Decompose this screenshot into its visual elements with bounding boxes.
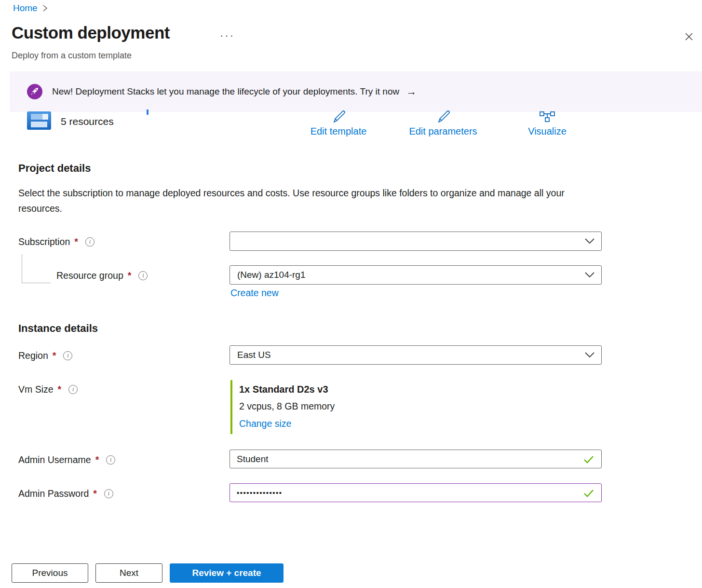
- valid-check-icon: [582, 453, 595, 465]
- region-label: Region * i: [18, 350, 72, 361]
- next-button[interactable]: Next: [95, 563, 162, 583]
- region-label-text: Region: [18, 350, 48, 361]
- admin-username-input[interactable]: [230, 450, 602, 468]
- chevron-down-icon: [584, 237, 595, 245]
- review-create-button[interactable]: Review + create: [170, 563, 284, 583]
- pencil-icon: [435, 110, 451, 124]
- close-icon[interactable]: [682, 30, 696, 44]
- edit-template-button[interactable]: Edit template: [299, 110, 378, 140]
- project-details-heading: Project details: [18, 162, 91, 175]
- admin-password-input[interactable]: [230, 483, 602, 502]
- chevron-down-icon: [584, 271, 595, 279]
- page-subtitle: Deploy from a custom template: [12, 51, 132, 61]
- resource-group-label-text: Resource group: [56, 270, 123, 281]
- required-asterisk: *: [93, 488, 97, 499]
- info-icon[interactable]: i: [104, 489, 113, 498]
- edit-parameters-button[interactable]: Edit parameters: [399, 110, 487, 140]
- change-size-link[interactable]: Change size: [239, 415, 291, 432]
- text-cursor-artifact: [147, 109, 148, 115]
- rocket-icon: [27, 84, 42, 99]
- chevron-down-icon: [584, 351, 595, 359]
- edit-template-label: Edit template: [310, 126, 367, 137]
- admin-username-label-text: Admin Username: [18, 454, 91, 465]
- valid-check-icon: [582, 487, 595, 499]
- project-details-description: Select the subscription to manage deploy…: [18, 185, 573, 216]
- breadcrumb-home-link[interactable]: Home: [13, 3, 38, 14]
- required-asterisk: *: [128, 270, 132, 281]
- edit-parameters-label: Edit parameters: [409, 126, 477, 137]
- resources-count-label: 5 resources: [61, 116, 114, 127]
- required-asterisk: *: [74, 236, 78, 247]
- admin-password-label: Admin Password * i: [18, 488, 113, 499]
- instance-details-heading: Instance details: [18, 322, 98, 335]
- template-icon-pane: [31, 114, 43, 120]
- vm-size-label: Vm Size * i: [18, 384, 78, 395]
- resource-group-label: Resource group * i: [56, 270, 148, 281]
- required-asterisk: *: [53, 350, 56, 361]
- visualize-label: Visualize: [528, 126, 567, 137]
- page-title: Custom deployment: [12, 23, 170, 42]
- breadcrumb: Home: [13, 3, 48, 14]
- admin-username-label: Admin Username * i: [18, 454, 115, 465]
- vm-size-label-text: Vm Size: [18, 384, 54, 395]
- info-icon[interactable]: i: [68, 385, 78, 394]
- visualize-icon: [539, 110, 556, 124]
- region-dropdown[interactable]: East US: [230, 345, 602, 365]
- vm-size-specs: 2 vcpus, 8 GB memory: [239, 397, 335, 415]
- visualize-button[interactable]: Visualize: [517, 110, 577, 140]
- pencil-icon: [331, 110, 346, 124]
- region-value: East US: [237, 350, 271, 360]
- info-icon[interactable]: i: [106, 455, 115, 465]
- admin-password-label-text: Admin Password: [18, 488, 89, 499]
- subscription-label-text: Subscription: [18, 236, 70, 247]
- field-connector-line: [22, 254, 22, 283]
- template-resources-icon: [27, 111, 51, 130]
- vm-size-selection: 1x Standard D2s v3: [239, 381, 335, 397]
- banner-text: New! Deployment Stacks let you manage th…: [52, 86, 399, 97]
- field-connector-line: [22, 283, 51, 283]
- resource-group-value: (New) az104-rg1: [237, 270, 306, 280]
- custom-deployment-page: Home Custom deployment ··· Deploy from a…: [0, 0, 702, 588]
- required-asterisk: *: [58, 384, 62, 395]
- template-icon-pane: [42, 114, 48, 120]
- previous-button[interactable]: Previous: [12, 563, 88, 583]
- vm-size-summary: 1x Standard D2s v3 2 vcpus, 8 GB memory …: [230, 380, 335, 434]
- arrow-right-icon: →: [406, 85, 417, 98]
- subscription-label: Subscription * i: [18, 236, 94, 247]
- more-options-button[interactable]: ···: [217, 29, 238, 42]
- info-icon[interactable]: i: [138, 271, 148, 280]
- required-asterisk: *: [95, 454, 99, 465]
- subscription-dropdown[interactable]: [230, 232, 602, 251]
- info-icon[interactable]: i: [85, 237, 94, 246]
- deployment-stacks-banner[interactable]: New! Deployment Stacks let you manage th…: [10, 71, 702, 112]
- resource-group-dropdown[interactable]: (New) az104-rg1: [230, 265, 602, 285]
- info-icon[interactable]: i: [63, 351, 72, 360]
- chevron-right-icon: [42, 4, 48, 12]
- template-icon-pane: [31, 122, 47, 127]
- create-new-link[interactable]: Create new: [230, 287, 279, 299]
